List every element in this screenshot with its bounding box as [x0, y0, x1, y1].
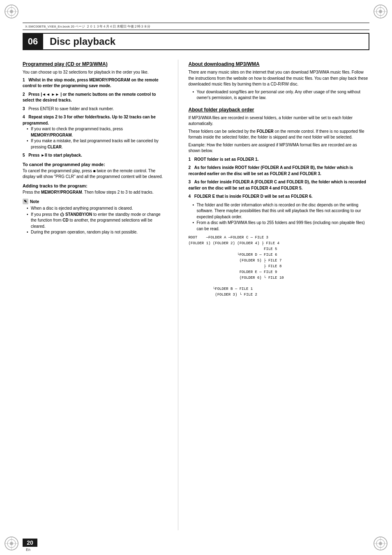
- section1-heading: Programmed play (CD or MP3/WMA): [23, 61, 165, 67]
- adding-text: Press the MEMORY/PROGRAM. Then follow st…: [23, 190, 165, 196]
- note-bullet3: During the program operation, random pla…: [27, 229, 165, 236]
- cancel-heading: To cancel the programmed play mode:: [23, 162, 165, 167]
- section2-bullet1: Your downloaded song/files are for perso…: [192, 89, 369, 101]
- corner-decoration-tr: [373, 4, 388, 19]
- step2-text: Press |◄◄ ►► | or the numeric buttons on…: [23, 92, 156, 103]
- step1-num: 1: [23, 78, 25, 82]
- step-5: 5 Press ►II to start playback.: [23, 153, 165, 159]
- note-bullet2: If you press the ⏻ STANDBY/ON to enter t…: [27, 212, 165, 230]
- step5-text: Press ►II to start playback.: [26, 153, 82, 157]
- section1-intro: You can choose up to 32 selections for p…: [23, 69, 165, 76]
- corner-decoration-br: [373, 536, 388, 551]
- folder-step-3: 3 As for folder inside FOLDER A (FOLDER …: [188, 179, 369, 191]
- chapter-number: 06: [23, 33, 43, 50]
- step4-bullet1: If you want to check the programmed trac…: [27, 126, 165, 138]
- folder-step3-num: 3: [188, 180, 191, 184]
- section3-note-bullet1: The folder and file order information wh…: [192, 202, 369, 220]
- folder-step4-text: FOLDER E that is inside FOLDER D will be…: [192, 194, 312, 199]
- note-header: ✎ Note: [23, 199, 165, 204]
- step3-text: Press ENTER to save folder and track num…: [26, 106, 114, 111]
- folder-step3-text: As for folder inside FOLDER A (FOLDER C …: [188, 180, 366, 190]
- column-divider: [178, 60, 178, 530]
- page-number: 20: [23, 539, 37, 547]
- folder-step-4: 4 FOLDER E that is inside FOLDER D will …: [188, 194, 369, 200]
- left-column: Programmed play (CD or MP3/WMA) You can …: [23, 60, 168, 530]
- folder-step-1: 1 ROOT folder is set as FOLDER 1.: [188, 157, 369, 163]
- section3-heading: About folder playback order: [188, 107, 369, 113]
- folder-tree-diagram: ROOT ─FOLDER A ─FOLDER C ─ FILE 3 (FOLDE…: [188, 235, 369, 298]
- corner-decoration-bl: [4, 536, 19, 551]
- step3-num: 3: [23, 106, 25, 111]
- page-lang: En: [26, 548, 30, 552]
- section2-bullets: Your downloaded song/files are for perso…: [192, 89, 369, 101]
- folder-step2-num: 2: [188, 165, 191, 170]
- note-label: Note: [30, 199, 39, 204]
- note-bullet1: When a disc is ejected anything programm…: [27, 206, 165, 212]
- header-bar: X-SMC00BTB_VXE8_En.book 20 ページ ２０１３年４月４日…: [23, 23, 369, 30]
- section3-example-label: Example: How the folder numbers are assi…: [188, 142, 369, 154]
- step1-text: Whilst in the stop mode, press MEMORY/PR…: [23, 78, 159, 88]
- step4-bullet2: If you make a mistake, the last programm…: [27, 138, 165, 150]
- cancel-text: To cancel the programmed play, press ■ t…: [23, 168, 165, 180]
- step4-text: Repeat steps 2 to 3 for other folder/tra…: [23, 115, 156, 125]
- step-2: 2 Press |◄◄ ►► | or the numeric buttons …: [23, 92, 165, 104]
- step4-num: 4: [23, 115, 25, 119]
- section2-heading: About downloading MP3/WMA: [188, 61, 369, 67]
- note-bullets: When a disc is ejected anything programm…: [27, 206, 165, 236]
- section3-intro: If MP3/WMA files are recorded in several…: [188, 115, 369, 127]
- folder-step1-text: ROOT folder is set as FOLDER 1.: [192, 157, 258, 162]
- folder-step1-num: 1: [188, 157, 191, 162]
- chapter-header: 06 Disc playback: [23, 33, 369, 50]
- note-box: ✎ Note When a disc is ejected anything p…: [23, 199, 165, 236]
- adding-heading: Adding tracks to the program:: [23, 183, 165, 188]
- corner-decoration-tl: [4, 4, 19, 19]
- section3-note-bullets: The folder and file order information wh…: [192, 202, 369, 232]
- folder-step-2: 2 As for folders inside ROOT folder (FOL…: [188, 165, 369, 177]
- folder-step2-text: As for folders inside ROOT folder (FOLDE…: [188, 165, 353, 176]
- step-3: 3 Press ENTER to save folder and track n…: [23, 106, 165, 112]
- folder-step4-num: 4: [188, 194, 191, 199]
- chapter-title: Disc playback: [43, 33, 369, 50]
- step2-num: 2: [23, 92, 25, 97]
- section2-intro: There are many music sites on the intern…: [188, 69, 369, 88]
- content-area: Programmed play (CD or MP3/WMA) You can …: [23, 60, 369, 530]
- step-1: 1 Whilst in the stop mode, press MEMORY/…: [23, 77, 165, 89]
- section3-detail: These folders can be selected by the FOL…: [188, 129, 369, 141]
- file-info: X-SMC00BTB_VXE8_En.book 20 ページ ２０１３年４月４日…: [25, 24, 150, 29]
- section3-note-bullet2: From a disc with MP3/WMA files up to 255…: [192, 220, 369, 232]
- step-4: 4 Repeat steps 2 to 3 for other folder/t…: [23, 114, 165, 150]
- step5-num: 5: [23, 153, 25, 157]
- step4-bullets: If you want to check the programmed trac…: [27, 126, 165, 150]
- note-icon: ✎: [23, 199, 28, 204]
- right-column: About downloading MP3/WMA There are many…: [188, 60, 369, 530]
